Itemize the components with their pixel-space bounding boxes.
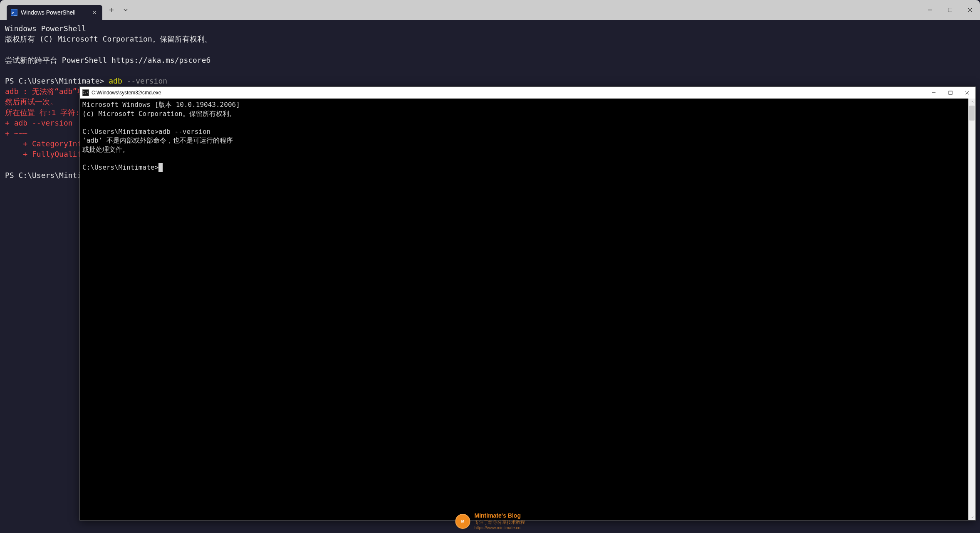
cmd-cursor: _: [158, 163, 163, 172]
tab-title: Windows PowerShell: [21, 9, 76, 16]
new-tab-button[interactable]: [105, 3, 118, 17]
ps-typed-arg: --version: [122, 76, 167, 85]
scrollbar-thumb[interactable]: [969, 106, 975, 121]
cmd-body-wrap: Microsoft Windows [版本 10.0.19043.2006] (…: [80, 99, 975, 520]
ps-header-line3: 尝试新的跨平台 PowerShell https://aka.ms/pscore…: [5, 56, 210, 64]
svg-rect-1: [949, 91, 952, 94]
chevron-down-icon: [970, 515, 974, 518]
titlebar-drag-region[interactable]: [132, 0, 920, 20]
tab-dropdown-button[interactable]: [119, 3, 132, 17]
chevron-up-icon: [970, 101, 974, 104]
ps-prompt-2: PS C:\Users\Mintima: [5, 171, 91, 180]
maximize-icon: [948, 7, 953, 12]
terminal-tab[interactable]: >_ Windows PowerShell: [7, 5, 102, 20]
minimize-icon: [928, 7, 933, 12]
ps-typed-command: adb: [109, 76, 122, 85]
cmd-minimize-button[interactable]: [926, 87, 942, 99]
minimize-button[interactable]: [920, 0, 940, 20]
scrollbar-down-button[interactable]: [968, 513, 975, 520]
cmd-window: C:\ C:\Windows\system32\cmd.exe Microsof…: [79, 86, 976, 521]
cmd-vertical-scrollbar[interactable]: [968, 99, 975, 520]
plus-icon: [109, 7, 114, 12]
ps-header-line2: 版权所有 (C) Microsoft Corporation。保留所有权利。: [5, 35, 212, 43]
close-icon: [965, 91, 969, 95]
terminal-titlebar[interactable]: >_ Windows PowerShell: [0, 0, 980, 20]
window-controls: [920, 0, 980, 20]
svg-rect-0: [948, 8, 952, 12]
close-icon: [92, 10, 97, 15]
tab-close-button[interactable]: [90, 8, 99, 17]
cmd-window-title: C:\Windows\system32\cmd.exe: [92, 90, 161, 96]
ps-prompt-prefix: PS C:\Users\Mintimate>: [5, 76, 109, 85]
minimize-icon: [932, 91, 936, 95]
cmd-icon: C:\: [82, 89, 89, 96]
ps-header-line1: Windows PowerShell: [5, 24, 86, 33]
cmd-output[interactable]: Microsoft Windows [版本 10.0.19043.2006] (…: [80, 99, 968, 520]
scrollbar-track[interactable]: [968, 106, 975, 513]
chevron-down-icon: [123, 7, 128, 12]
maximize-icon: [948, 91, 953, 95]
close-button[interactable]: [960, 0, 980, 20]
cmd-titlebar[interactable]: C:\ C:\Windows\system32\cmd.exe: [80, 87, 975, 99]
cmd-close-button[interactable]: [959, 87, 975, 99]
powershell-icon: >_: [11, 9, 17, 16]
cmd-window-controls: [926, 87, 975, 99]
cmd-maximize-button[interactable]: [942, 87, 959, 99]
close-icon: [968, 7, 973, 12]
cmd-text: Microsoft Windows [版本 10.0.19043.2006] (…: [82, 101, 240, 171]
maximize-button[interactable]: [940, 0, 960, 20]
tab-actions: [102, 0, 132, 20]
scrollbar-up-button[interactable]: [968, 99, 975, 106]
